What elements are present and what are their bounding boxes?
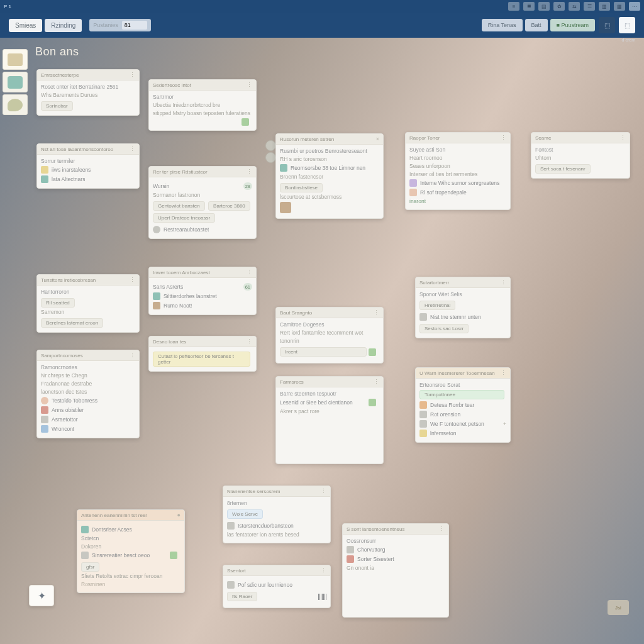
- card-7[interactable]: Inwer tooern Anrboczaest⋮ Sans Asrerts61…: [148, 267, 257, 315]
- titlebar-icon-9[interactable]: ⋯: [629, 2, 640, 11]
- titlebar-icon-5[interactable]: ⇆: [569, 2, 580, 11]
- filter-input[interactable]: [122, 21, 147, 30]
- chip-accent[interactable]: Woie Servc: [227, 509, 263, 519]
- card-line: Sorrur termiler: [41, 158, 135, 164]
- card-link[interactable]: inaront: [409, 198, 506, 204]
- card-line: sitipped Mstry boasn tepoaten fuleratien…: [153, 110, 252, 116]
- card-close-icon[interactable]: ×: [376, 136, 379, 142]
- titlebar-icon-8[interactable]: ▦: [614, 2, 625, 11]
- card-12[interactable]: Raopor Toner⋮ Suyee asti Son Heart roorn…: [405, 132, 511, 210]
- board-canvas[interactable]: Emrsectnesterpe⋮ Roset onter itet Berrat…: [0, 44, 644, 644]
- card-14[interactable]: Sutartortmerr⋮ Sponor Wiet Selis Hretirr…: [415, 277, 511, 338]
- chip[interactable]: fts Raoer: [227, 592, 257, 601]
- card-13[interactable]: Seame⋮ Fontost Uhtorn Sert soca t fesena…: [531, 132, 630, 179]
- avatar-icon: [153, 226, 160, 233]
- corner-badge[interactable]: Jsi: [608, 600, 629, 615]
- card-9[interactable]: Rusorun meteren setren× Rusmbi ur poetro…: [275, 133, 384, 219]
- chip[interactable]: gfsr: [81, 562, 99, 572]
- card-18[interactable]: Ssentort⋮ Pof sdic uur lournienoo fts Ra…: [223, 565, 331, 608]
- card-title: Nianenentse sersosrem: [227, 489, 280, 494]
- card-menu-icon[interactable]: ⋮: [374, 379, 379, 385]
- toolbar-feature-button[interactable]: Rina Tenas: [482, 19, 523, 31]
- card-row: Nist tne stemnr unten: [419, 313, 506, 321]
- card-line: Gn onont ia: [347, 565, 445, 571]
- card-row: lata Altectnars: [41, 175, 135, 183]
- compose-fab[interactable]: ✦: [29, 585, 54, 606]
- tab-secondary[interactable]: Rzinding: [45, 19, 82, 32]
- card-menu-icon[interactable]: ⋮: [321, 567, 326, 574]
- chip[interactable]: Berelnes laternat eroon: [41, 318, 103, 328]
- card-row: Testoldo Tobonress: [41, 397, 135, 404]
- card-menu-icon[interactable]: ⋮: [247, 338, 252, 345]
- chip-highlight[interactable]: Cutast lo pefteorteor be tercanes t gett…: [153, 352, 250, 367]
- tag-icon: [409, 179, 417, 187]
- chip[interactable]: Hretirretinal: [419, 301, 455, 310]
- card-menu-icon[interactable]: ⋮: [374, 309, 379, 316]
- card-menu-icon[interactable]: ⋮: [130, 146, 135, 152]
- card-row: Ircent: [280, 346, 379, 358]
- titlebar-icon-1[interactable]: ≡: [508, 2, 519, 11]
- card-menu-icon[interactable]: ⋮: [439, 526, 445, 532]
- card-19[interactable]: S sont lansemoenentneus⋮ Oossronsurr Cho…: [342, 523, 449, 618]
- card-row: Rumo Noot!: [153, 302, 252, 309]
- tag-icon: [419, 313, 427, 321]
- titlebar-icon-3[interactable]: ▤: [538, 2, 550, 11]
- toolbar-square-2[interactable]: ⬚: [619, 17, 635, 33]
- card-line: Fradanonae destrabe: [41, 380, 135, 387]
- card-menu-icon[interactable]: ⋮: [247, 82, 252, 88]
- card-8[interactable]: Desno ioan tes⋮ Cutast lo pefteorteor be…: [148, 336, 257, 372]
- card-11[interactable]: Farmsrocs⋮ Barre steerrten tespuotr Lese…: [275, 376, 384, 464]
- card-menu-icon[interactable]: ⋮: [501, 135, 506, 141]
- chip-accent[interactable]: Tormpottnnee: [419, 390, 504, 399]
- card-2[interactable]: Nst ari tose laoantmonscontoroo⋮ Sorrur …: [36, 143, 140, 189]
- titlebar-icon-4[interactable]: ✿: [553, 2, 565, 11]
- status-icon: [242, 118, 249, 126]
- card-10[interactable]: Baut Srangnto⋮ Camitroe Dogeses Rert ior…: [275, 307, 384, 364]
- chip[interactable]: Barteroe 3860: [208, 201, 250, 211]
- card-15[interactable]: U Warn lnesmererer Tooemnesan⋮ Erteonsro…: [415, 367, 511, 443]
- card-menu-icon[interactable]: ⋮: [130, 72, 135, 78]
- chip[interactable]: Ircent: [280, 347, 367, 357]
- card-row: Istorstencduorbansteon: [227, 522, 326, 530]
- card-4[interactable]: Samportncomoses⋮ Ramoncrnories Nr chreps…: [36, 350, 140, 438]
- toolbar-mid-button[interactable]: Batt: [525, 19, 548, 31]
- titlebar-icon-2[interactable]: ≣: [523, 2, 535, 11]
- card-menu-icon[interactable]: ⋮: [130, 352, 135, 358]
- card-16[interactable]: Antenenn eanenminin tst reer● Dontsriser…: [77, 509, 185, 593]
- chip[interactable]: Bontinsbstiese: [280, 183, 323, 192]
- sparkle-icon: ✦: [38, 590, 46, 602]
- card-row: Detesa Rorrbr tear: [419, 401, 506, 409]
- card-menu-icon[interactable]: ⋮: [247, 269, 252, 275]
- card-menu-icon[interactable]: ⋮: [247, 169, 252, 175]
- card-line: 8rternen: [227, 500, 326, 506]
- card-3[interactable]: Tunsttons lretieosbresan⋮ Hantorroron Ri…: [36, 274, 140, 333]
- chip[interactable]: Sorinobar: [41, 101, 73, 111]
- card-1[interactable]: Emrsectnesterpe⋮ Roset onter itet Berrat…: [36, 69, 140, 116]
- chip[interactable]: Sert soca t fesenanr: [535, 164, 591, 174]
- card-menu-icon[interactable]: ⋮: [130, 277, 135, 283]
- card-menu-icon[interactable]: ⋮: [501, 370, 506, 376]
- toolbar-accent-button[interactable]: ■ Puustream: [550, 19, 595, 31]
- toolbar-square-1[interactable]: ⬚: [599, 17, 615, 33]
- card-5[interactable]: Sedertreosc Intot⋮ Sartrmor Ubectia Inie…: [148, 79, 257, 131]
- tag-icon: [41, 416, 48, 423]
- card-row: Interne Wihc surnor sonrgreatens: [409, 179, 506, 187]
- card-menu-icon[interactable]: ⋮: [620, 135, 626, 141]
- add-icon[interactable]: +: [503, 421, 506, 427]
- toolbar-sublabel: d crem: [622, 38, 635, 42]
- card-line: Sliets Retolts extrac cimpr ferooan: [81, 573, 180, 579]
- titlebar-icon-6[interactable]: ☰: [584, 2, 595, 11]
- card-17[interactable]: Nianenentse sersosrem⋮ 8rternen Woie Ser…: [223, 486, 331, 543]
- titlebar-icon-7[interactable]: ▥: [599, 2, 610, 11]
- chip[interactable]: Gentowiot bansten: [153, 201, 205, 211]
- chip[interactable]: Sestors sac Losrr: [419, 324, 469, 333]
- chip[interactable]: Upert Drateoe tneoassr: [153, 213, 215, 223]
- chip[interactable]: Ril seatted: [41, 298, 75, 308]
- card-title: Sedertreosc Intot: [153, 82, 191, 88]
- tab-primary[interactable]: Smieas: [9, 19, 42, 32]
- card-pin-icon[interactable]: ●: [177, 512, 180, 518]
- card-menu-icon[interactable]: ⋮: [501, 279, 506, 286]
- card-6[interactable]: Rer ter pirse Rdstiusteor⋮ Wursin28 Sorm…: [148, 166, 257, 239]
- card-menu-icon[interactable]: ⋮: [321, 488, 326, 494]
- main-toolbar: Smieas Rzinding Pustanies Rina Tenas Bat…: [0, 13, 644, 38]
